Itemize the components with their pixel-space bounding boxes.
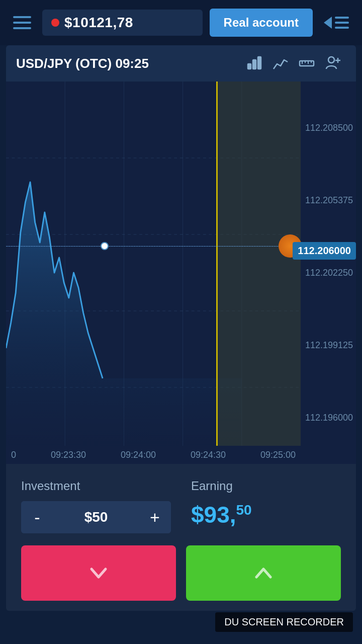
earning-label: Earning xyxy=(191,479,341,493)
real-account-button[interactable]: Real account xyxy=(210,9,313,37)
price-label-4: 112.199125 xyxy=(301,340,356,351)
trade-down-button[interactable] xyxy=(21,545,176,601)
line-chart-icon[interactable] xyxy=(267,50,294,76)
svg-rect-1 xyxy=(253,60,256,69)
add-person-icon[interactable] xyxy=(320,50,346,76)
earning-cents: 50 xyxy=(236,502,252,518)
investment-plus-button[interactable]: + xyxy=(139,501,171,533)
lines-icon xyxy=(335,17,349,29)
investment-minus-button[interactable]: - xyxy=(21,501,53,533)
earning-value: $93,50 xyxy=(191,501,341,528)
chart-container: 112.206000 112.208500 112.205375 112.202… xyxy=(6,82,356,464)
price-label-5: 112.196000 xyxy=(301,413,356,423)
price-label-3: 112.202250 xyxy=(301,268,356,278)
ruler-icon[interactable] xyxy=(294,50,320,76)
crosshair-dot xyxy=(101,242,109,250)
price-label-1: 112.208500 xyxy=(301,123,356,133)
svg-rect-2 xyxy=(258,57,261,69)
earning-col: Earning $93,50 xyxy=(191,479,341,533)
time-labels: 0 09:23:30 09:24:00 09:24:30 09:25:00 xyxy=(6,446,301,464)
time-label-3: 09:24:30 xyxy=(191,450,226,460)
pair-label: USD/JPY (OTC) 09:25 xyxy=(16,56,241,71)
time-label-1: 09:23:30 xyxy=(51,450,86,460)
trade-buttons xyxy=(21,545,341,601)
chart-toolbar: USD/JPY (OTC) 09:25 xyxy=(6,45,356,82)
recorder-badge: DU SCREEN RECORDER xyxy=(215,612,353,632)
time-label-0: 0 xyxy=(11,450,16,460)
svg-point-8 xyxy=(328,57,334,63)
trade-row: Investment - $50 + Earning $93,50 xyxy=(21,479,341,533)
vertical-time-line xyxy=(216,82,218,446)
hamburger-menu-button[interactable] xyxy=(9,12,35,33)
triangle-icon xyxy=(324,17,332,29)
price-label-2: 112.205375 xyxy=(301,195,356,206)
bar-chart-icon[interactable] xyxy=(241,50,267,76)
crosshair-line xyxy=(6,246,301,247)
side-menu-button[interactable] xyxy=(320,13,353,33)
balance-area: $10121,78 xyxy=(42,10,203,36)
trade-up-button[interactable] xyxy=(186,545,341,601)
balance-value: $10121,78 xyxy=(64,15,133,31)
time-label-4: 09:25:00 xyxy=(260,450,296,460)
time-label-2: 09:24:00 xyxy=(121,450,156,460)
investment-col: Investment - $50 + xyxy=(21,479,171,533)
investment-value: $50 xyxy=(53,509,139,525)
bottom-panel: Investment - $50 + Earning $93,50 xyxy=(6,464,356,611)
investment-label: Investment xyxy=(21,479,171,493)
future-overlay xyxy=(218,82,301,446)
live-indicator-dot xyxy=(51,19,59,27)
earning-main: $93, xyxy=(191,502,236,528)
price-labels: 112.208500 112.205375 112.202250 112.199… xyxy=(301,82,356,464)
header: $10121,78 Real account xyxy=(0,0,362,45)
svg-rect-0 xyxy=(248,64,251,69)
investment-control: - $50 + xyxy=(21,501,171,533)
